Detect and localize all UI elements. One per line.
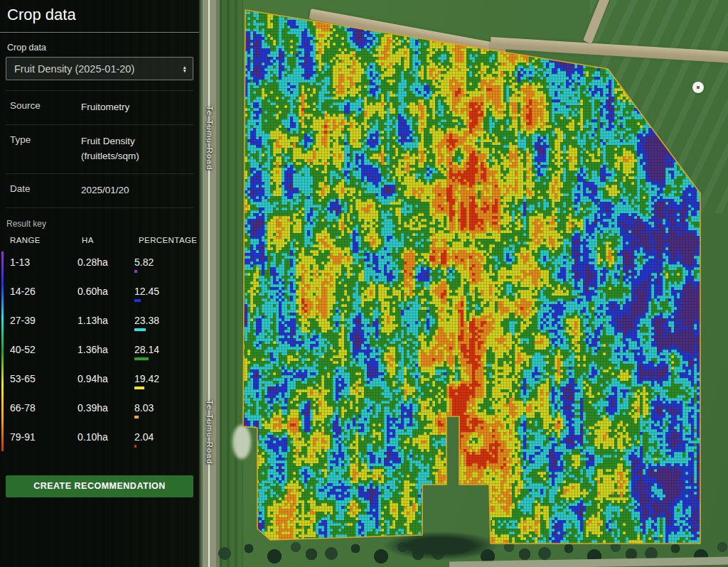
crop-data-select-label: Crop data <box>7 43 193 53</box>
percentage-value: 19.42 <box>134 373 193 384</box>
updown-arrows-icon: ▲▼ <box>183 65 187 72</box>
info-label: Type <box>10 134 81 164</box>
fruit-density-heatmap-overlay <box>239 6 705 547</box>
color-scale-strip <box>1 252 4 451</box>
selected-crop-data: Fruit Density (2025-01-20) <box>14 63 183 75</box>
percentage-value: 5.82 <box>134 256 193 268</box>
col-percentage-header: PERCENTAGE <box>139 236 197 244</box>
result-key-row: 40-52 1.36ha 28.14 <box>6 338 193 367</box>
road-name-label: Te-Tumu-Road <box>205 106 214 171</box>
percentage-bar <box>134 299 141 302</box>
page-title: Crop data <box>7 6 193 24</box>
percentage-value: 28.14 <box>134 344 193 355</box>
result-key-table: 1-13 0.28ha 5.82 14-26 0.60ha 12.45 <box>6 250 193 454</box>
percentage-bar <box>134 328 146 331</box>
ha-cell: 0.60ha <box>77 286 134 297</box>
road-name-label: Te-Tumu-Road <box>205 400 214 465</box>
result-key-label: Result key <box>6 219 193 229</box>
percentage-bar <box>134 387 144 389</box>
create-recommendation-button[interactable]: CREATE RECOMMENDATION <box>6 475 193 497</box>
range-cell: 14-26 <box>10 286 77 297</box>
info-value: 2025/01/20 <box>81 183 191 198</box>
percentage-value: 8.03 <box>134 402 193 414</box>
result-key-header: RANGE HA PERCENTAGE <box>6 236 193 244</box>
result-key-row: 66-78 0.39ha 8.03 <box>6 396 193 425</box>
range-cell: 40-52 <box>10 344 77 355</box>
ha-cell: 0.28ha <box>77 256 134 268</box>
info-row: Type Fruit Density (fruitlets/sqm) <box>6 125 193 174</box>
ha-cell: 1.36ha <box>77 344 134 355</box>
result-key-row: 79-91 0.10ha 2.04 <box>6 425 193 454</box>
range-cell: 53-65 <box>10 373 77 384</box>
percentage-bar <box>134 270 137 273</box>
percentage-bar <box>134 357 149 360</box>
percentage-cell: 12.45 <box>134 286 193 302</box>
percentage-cell: 23.38 <box>134 315 193 331</box>
percentage-bar <box>134 445 136 448</box>
range-cell: 79-91 <box>10 431 77 443</box>
result-key-row: 1-13 0.28ha 5.82 <box>6 250 193 279</box>
info-label: Date <box>10 183 81 198</box>
percentage-cell: 19.42 <box>134 373 193 389</box>
title-divider <box>0 32 199 33</box>
ha-cell: 0.39ha <box>77 402 134 414</box>
dataset-info-table: Source Fruitometry Type Fruit Density (f… <box>6 90 193 208</box>
info-value: Fruit Density (fruitlets/sqm) <box>81 134 191 164</box>
crop-data-select[interactable]: Fruit Density (2025-01-20) ▲▼ <box>6 57 193 80</box>
result-key-row: 14-26 0.60ha 12.45 <box>6 279 193 308</box>
percentage-bar <box>134 416 139 418</box>
percentage-value: 23.38 <box>134 315 193 326</box>
info-row: Source Fruitometry <box>6 91 193 125</box>
result-key-row: 27-39 1.13ha 23.38 <box>6 308 193 338</box>
crop-data-panel: Crop data Crop data Fruit Density (2025-… <box>0 0 199 567</box>
te-tumu-road <box>200 0 220 567</box>
result-key-row: 53-65 0.94ha 19.42 <box>6 367 193 396</box>
info-row: Date 2025/01/20 <box>6 174 193 208</box>
percentage-cell: 2.04 <box>134 431 193 448</box>
info-label: Source <box>10 100 81 115</box>
range-cell: 66-78 <box>10 402 77 414</box>
ha-cell: 1.13ha <box>77 315 134 326</box>
range-cell: 27-39 <box>10 315 77 326</box>
result-key-rows: 1-13 0.28ha 5.82 14-26 0.60ha 12.45 <box>6 250 193 454</box>
percentage-value: 12.45 <box>134 286 193 297</box>
col-range-header: RANGE <box>10 236 82 244</box>
col-ha-header: HA <box>82 236 139 244</box>
percentage-value: 2.04 <box>134 431 193 443</box>
percentage-cell: 5.82 <box>134 256 193 273</box>
ha-cell: 0.94ha <box>77 373 134 384</box>
percentage-cell: 8.03 <box>134 402 193 418</box>
info-value: Fruitometry <box>81 100 191 115</box>
percentage-cell: 28.14 <box>134 344 193 360</box>
range-cell: 1-13 <box>10 256 77 268</box>
ha-cell: 0.10ha <box>77 431 134 443</box>
